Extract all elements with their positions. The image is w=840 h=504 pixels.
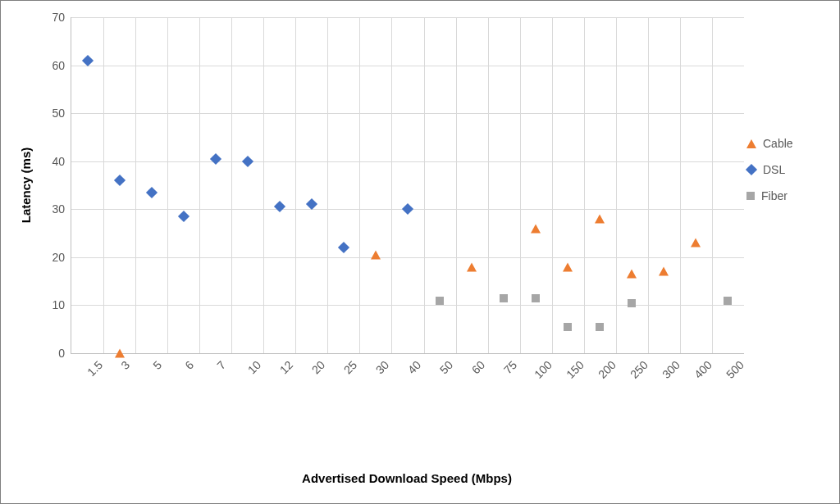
x-tick-label: 50 [437,358,455,376]
data-point-cable [595,215,605,224]
x-tick-label: 100 [532,358,555,381]
gridline-v [456,17,457,353]
x-tick-label: 75 [501,358,519,376]
data-point-dsl [210,153,221,165]
gridline-v [712,17,713,353]
data-point-dsl [274,201,285,212]
gridline-v [295,17,296,353]
legend-label: DSL [763,163,785,176]
x-tick-label: 500 [724,358,747,381]
x-tick-label: 7 [214,358,228,372]
data-point-dsl [146,187,158,198]
gridline-v [424,17,425,353]
x-tick-label: 300 [660,358,683,381]
legend-item-dsl: DSL [746,163,824,176]
gridline-v [327,17,328,353]
square-icon [746,192,755,200]
y-tick-label: 30 [52,202,65,216]
x-tick-label: 250 [628,358,651,381]
x-axis-label: Advertised Download Speed (Mbps) [302,471,512,485]
gridline-h [71,17,744,18]
legend-label: Fiber [761,189,788,202]
gridline-h [71,161,744,162]
x-tick-label: 30 [373,358,391,376]
data-point-dsl [402,203,413,215]
x-tick-label: 400 [692,358,715,381]
y-tick-label: 20 [52,251,65,264]
legend-label: Cable [763,137,793,150]
data-point-cable [115,349,125,358]
gridline-v [263,17,264,353]
gridline-v [391,17,392,353]
x-tick-label: 40 [405,358,423,376]
data-point-fiber [500,294,508,302]
gridline-h [71,257,744,258]
data-point-fiber [436,297,444,305]
diamond-icon [746,164,757,175]
y-tick-label: 60 [52,59,65,72]
gridline-v [552,17,553,353]
gridline-h [71,305,744,306]
data-point-dsl [338,242,349,253]
gridline-h [71,113,744,114]
y-tick-label: 70 [52,11,65,24]
legend-item-cable: Cable [746,137,824,150]
gridline-v [680,17,681,353]
data-point-fiber [596,323,604,331]
gridline-v [616,17,617,353]
data-point-cable [627,270,637,279]
chart-frame: Latency (ms) Advertised Download Speed (… [0,0,840,504]
data-point-cable [371,250,381,259]
data-point-dsl [178,211,189,222]
gridline-v [584,17,585,353]
data-point-cable [659,267,669,276]
x-tick-label: 20 [309,358,327,376]
x-tick-label: 10 [245,358,263,376]
x-tick-label: 150 [564,358,587,381]
plot-area: 0102030405060701.53567101220253040506075… [71,17,744,354]
x-tick-label: 6 [182,358,196,372]
gridline-v [199,17,200,353]
data-point-cable [531,224,541,233]
data-point-cable [563,262,573,271]
gridline-v [231,17,232,353]
data-point-fiber [532,294,540,302]
gridline-v [103,17,104,353]
gridline-v [135,17,136,353]
triangle-icon [746,139,756,148]
data-point-fiber [564,323,572,331]
gridline-h [71,66,744,66]
gridline-v [488,17,489,353]
gridline-v [359,17,360,353]
y-tick-label: 40 [52,155,65,168]
x-tick-label: 3 [118,358,132,372]
data-point-dsl [242,156,253,167]
data-point-cable [691,238,701,247]
legend: Cable DSL Fiber [746,124,824,216]
x-tick-label: 60 [469,358,487,376]
data-point-fiber [724,297,732,305]
y-tick-label: 0 [58,347,65,360]
data-point-cable [467,262,477,271]
gridline-v [167,17,168,353]
x-tick-label: 1.5 [84,358,104,379]
x-tick-label: 200 [596,358,619,381]
gridline-v [520,17,521,353]
x-tick-label: 5 [150,358,164,372]
x-tick-label: 25 [341,358,359,376]
y-tick-label: 10 [52,298,65,311]
legend-item-fiber: Fiber [746,189,824,202]
data-point-fiber [628,299,636,307]
data-point-dsl [113,175,125,186]
y-axis-label: Latency (ms) [19,148,33,224]
gridline-v [648,17,649,353]
x-tick-label: 12 [277,358,295,376]
y-tick-label: 50 [52,107,65,120]
